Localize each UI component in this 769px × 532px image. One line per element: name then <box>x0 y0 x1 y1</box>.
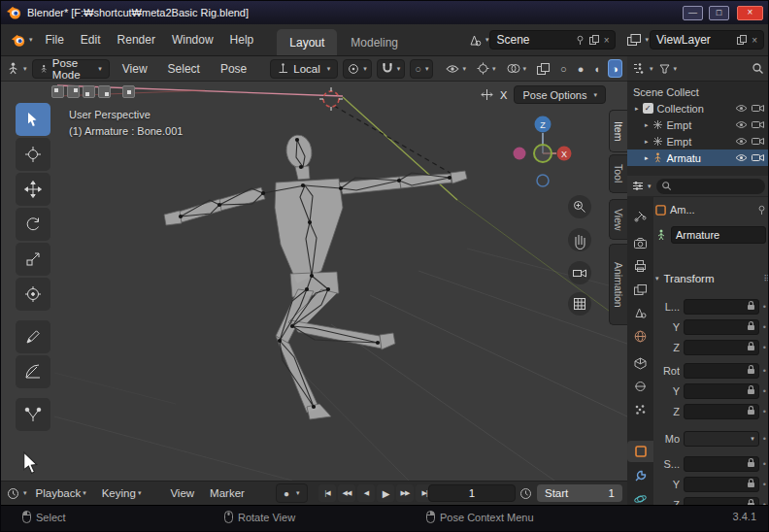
new-copy-icon[interactable] <box>737 35 747 45</box>
tab-tool[interactable] <box>627 205 653 226</box>
menu-render[interactable]: Render <box>110 30 163 50</box>
menu-view[interactable]: View <box>115 59 155 79</box>
location-x-field[interactable] <box>684 299 759 315</box>
workspace-tab-modeling[interactable]: Modeling <box>338 29 411 55</box>
menu-pose[interactable]: Pose <box>213 59 254 79</box>
close-button[interactable]: × <box>737 6 763 20</box>
outliner-row-collection[interactable]: ▸ ✓ Collection <box>627 100 769 116</box>
viewlayer-name-field[interactable]: ViewLayer × <box>650 30 764 50</box>
timeline-editor-type-button[interactable]: ▾ <box>7 487 27 500</box>
proportional-edit-dropdown[interactable]: ○ ▾ <box>410 59 433 79</box>
animate-dot[interactable]: • <box>763 366 766 376</box>
outliner-row-scene-collection[interactable]: Scene Collect <box>627 83 769 100</box>
expand-icon[interactable]: ▸ <box>645 154 649 162</box>
blender-menu-button[interactable]: ▾ <box>7 33 37 48</box>
tab-particles[interactable] <box>627 399 653 420</box>
lock-icon[interactable] <box>748 462 754 467</box>
tool-transform[interactable] <box>16 278 50 311</box>
gizmo-neg-z-ball[interactable] <box>537 175 549 186</box>
view-menu[interactable]: View <box>163 485 201 501</box>
menu-edit[interactable]: Edit <box>73 30 109 50</box>
eye-icon[interactable] <box>735 137 748 146</box>
lock-icon[interactable] <box>748 410 754 415</box>
pin-icon[interactable] <box>576 35 585 46</box>
outliner-row-empty-2[interactable]: ▸ Empt <box>627 133 769 150</box>
shading-rendered-button[interactable]: ◑ <box>609 60 621 77</box>
expand-icon[interactable]: ▸ <box>645 121 649 129</box>
zoom-button[interactable] <box>568 195 591 218</box>
mode-dropdown[interactable]: Pose Mode ▾ <box>32 59 110 79</box>
menu-select[interactable]: Select <box>160 59 208 79</box>
menu-file[interactable]: File <box>38 30 72 50</box>
menu-window[interactable]: Window <box>164 30 221 50</box>
expand-icon[interactable]: ▸ <box>635 105 639 113</box>
display-toggle-5[interactable] <box>122 85 135 98</box>
camera-icon[interactable] <box>752 153 764 162</box>
tab-object-data[interactable] <box>627 352 653 374</box>
marker-menu[interactable]: Marker <box>203 485 251 501</box>
record-icon[interactable]: ● <box>284 488 289 499</box>
tab-object-properties-active[interactable] <box>627 441 653 462</box>
transform-section-header[interactable]: ▾ Transform ⠿ <box>653 273 769 284</box>
pose-options-dropdown[interactable]: Pose Options ▾ <box>514 85 606 104</box>
location-z-field[interactable] <box>684 340 759 355</box>
gizmo-neg-x-ball[interactable] <box>514 148 526 160</box>
animate-dot[interactable]: • <box>763 386 766 396</box>
next-keyframe-button[interactable]: ▶▶ <box>396 484 414 502</box>
orientation-dropdown[interactable]: Local ▾ <box>270 59 338 79</box>
pin-icon[interactable] <box>757 205 766 216</box>
toggle-ortho-button[interactable] <box>568 292 591 316</box>
rotation-mode-dropdown[interactable]: ▾ <box>684 431 759 447</box>
lock-icon[interactable] <box>748 305 754 310</box>
tool-scale[interactable] <box>16 243 50 276</box>
expand-icon[interactable]: ▸ <box>645 138 649 146</box>
tool-rotate[interactable] <box>16 208 50 241</box>
eye-icon[interactable] <box>735 104 748 113</box>
overlays-dropdown[interactable]: ▾ <box>504 63 530 74</box>
gizmo-y-ball[interactable] <box>534 145 552 162</box>
play-reverse-button[interactable]: ◀ <box>357 484 375 502</box>
outliner-row-armature[interactable]: ▸ Armatu <box>627 150 769 166</box>
lock-icon[interactable] <box>748 346 754 350</box>
tool-move[interactable] <box>16 173 50 206</box>
camera-icon[interactable] <box>752 137 764 146</box>
viewport-canvas[interactable]: Z X <box>1 82 627 481</box>
tool-measure[interactable] <box>16 355 50 388</box>
shading-material-button[interactable]: ◐ <box>592 60 605 77</box>
animate-dot[interactable]: • <box>763 459 766 469</box>
scene-name-field[interactable]: Scene × <box>489 30 616 50</box>
eye-icon[interactable] <box>735 153 748 162</box>
animate-dot[interactable]: • <box>763 302 766 312</box>
npanel-tab-animation[interactable]: Animation <box>609 244 627 325</box>
tool-breakdowner[interactable] <box>16 398 50 431</box>
tab-view-layer[interactable] <box>627 279 653 300</box>
npanel-tab-item[interactable]: Item <box>609 110 627 152</box>
frame-start-field[interactable]: Start 1 <box>537 484 622 502</box>
mirror-icon[interactable] <box>481 88 493 101</box>
tab-scene[interactable] <box>627 302 653 323</box>
location-y-field[interactable] <box>684 319 759 335</box>
xray-toggle[interactable] <box>534 63 552 75</box>
minimize-button[interactable]: — <box>683 6 703 20</box>
scale-y-field[interactable] <box>684 477 759 492</box>
workspace-tab-layout[interactable]: Layout <box>277 29 337 55</box>
outliner-editor-type-button[interactable]: ▾ <box>633 63 653 74</box>
editor-type-button[interactable]: ▾ <box>7 62 27 75</box>
prev-keyframe-button[interactable]: ◀◀ <box>338 484 355 502</box>
viewlayer-browse-button[interactable]: ▾ <box>627 34 649 46</box>
tab-render[interactable] <box>627 232 653 253</box>
new-copy-icon[interactable] <box>589 35 599 45</box>
display-toggle-3[interactable] <box>83 85 95 98</box>
lock-icon[interactable] <box>748 369 754 374</box>
search-icon[interactable] <box>752 62 764 75</box>
animate-dot[interactable]: • <box>763 322 766 332</box>
snap-dropdown[interactable]: ▾ <box>377 59 406 79</box>
nav-axis-gizmo[interactable]: Z X <box>514 116 572 187</box>
shading-solid-button[interactable]: ● <box>575 60 587 77</box>
scene-browse-button[interactable]: ▾ <box>467 34 489 47</box>
rotation-z-field[interactable] <box>684 404 759 419</box>
pan-button[interactable] <box>568 228 591 251</box>
remove-icon[interactable]: × <box>752 35 757 46</box>
npanel-tab-view[interactable]: View <box>609 199 627 240</box>
play-button[interactable]: ▶ <box>377 484 394 502</box>
